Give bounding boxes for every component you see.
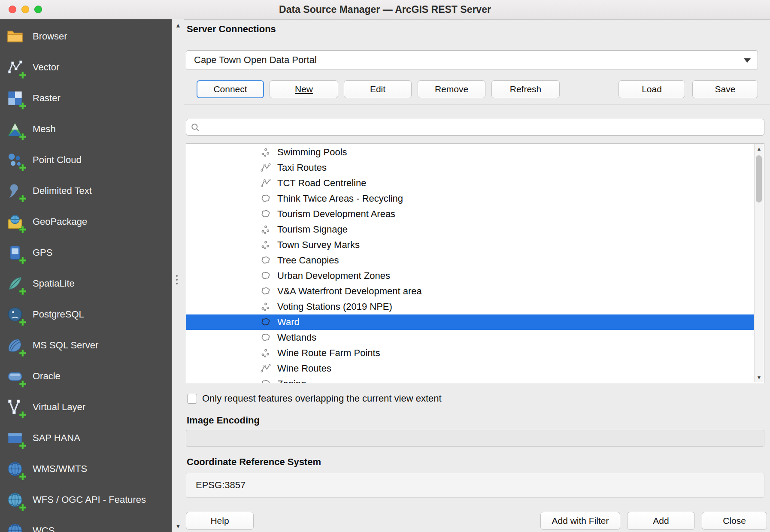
sidebar-item-wcs[interactable]: WCS: [0, 515, 172, 532]
layer-search-box[interactable]: [186, 119, 764, 136]
wms-icon: [6, 460, 24, 478]
layer-name: TCT Road Centreline: [277, 178, 366, 189]
crs-value: EPSG:3857: [196, 480, 246, 491]
layer-row[interactable]: Tree Canopies: [186, 253, 755, 268]
layer-list-scrollbar[interactable]: ▲ ▼: [754, 144, 764, 382]
minimize-window-button[interactable]: [21, 6, 29, 13]
add-with-filter-button[interactable]: Add with Filter: [540, 512, 620, 530]
sidebar-item-label: Vector: [33, 62, 59, 73]
point-geometry-icon: [260, 301, 271, 312]
polygon-geometry-icon: [260, 286, 271, 297]
edit-button[interactable]: Edit: [344, 80, 412, 98]
help-button[interactable]: Help: [186, 512, 254, 530]
scroll-up-icon[interactable]: ▲: [172, 22, 184, 29]
layer-row[interactable]: Taxi Routes: [186, 160, 755, 175]
scroll-down-icon[interactable]: ▼: [755, 375, 764, 381]
sidebar-item-wfs-ogc-api-features[interactable]: WFS / OGC API - Features: [0, 484, 172, 515]
vector-icon: [6, 58, 24, 76]
layer-row[interactable]: Wine Route Farm Points: [186, 345, 755, 361]
add-badge-icon: [19, 164, 26, 171]
layer-row[interactable]: Town Survey Marks: [186, 237, 755, 253]
load-button[interactable]: Load: [618, 80, 685, 98]
sidebar-item-oracle[interactable]: Oracle: [0, 361, 172, 392]
sidebar-item-label: Virtual Layer: [33, 402, 85, 413]
layer-name: Tourism Signage: [277, 224, 348, 235]
sidebar-item-label: SAP HANA: [33, 432, 80, 444]
add-button[interactable]: Add: [627, 512, 695, 530]
layer-row[interactable]: Think Twice Areas - Recycling: [186, 191, 755, 206]
add-badge-icon: [19, 381, 26, 387]
add-badge-icon: [19, 442, 26, 449]
spatialite-icon: [6, 275, 24, 293]
layer-row[interactable]: Voting Stations (2019 NPE): [186, 299, 755, 314]
sidebar-scrollbar[interactable]: ▲ ▼: [172, 19, 184, 532]
scroll-down-icon[interactable]: ▼: [172, 523, 184, 529]
source-type-sidebar: Browser Vector Raster Mesh: [0, 19, 172, 532]
sidebar-item-label: GeoPackage: [33, 216, 87, 227]
layer-row[interactable]: Swimming Pools: [186, 145, 755, 160]
crs-value-field[interactable]: EPSG:3857: [186, 473, 764, 498]
refresh-button[interactable]: Refresh: [491, 80, 560, 98]
add-badge-icon: [19, 226, 26, 233]
sidebar-item-virtual-layer[interactable]: Virtual Layer: [0, 392, 172, 423]
layer-row[interactable]: V&A Waterfront Development area: [186, 284, 755, 299]
sidebar-item-geopackage[interactable]: GeoPackage: [0, 206, 172, 237]
layer-row[interactable]: Zoning: [186, 376, 755, 383]
scroll-up-icon[interactable]: ▲: [755, 146, 764, 152]
layer-name: Voting Stations (2019 NPE): [277, 301, 392, 312]
layer-row[interactable]: Wetlands: [186, 330, 755, 345]
sap-hana-icon: [6, 429, 24, 447]
layer-row[interactable]: Wine Routes: [186, 361, 755, 376]
oracle-icon: [6, 367, 24, 385]
save-button[interactable]: Save: [692, 80, 758, 98]
connection-select-value: Cape Town Open Data Portal: [194, 54, 317, 66]
wcs-icon: [6, 522, 24, 532]
new-button-label: New: [295, 84, 313, 94]
layer-row-selected[interactable]: Ward: [186, 314, 755, 330]
sidebar-item-wms-wmts[interactable]: WMS/WMTS: [0, 453, 172, 484]
connection-select[interactable]: Cape Town Open Data Portal: [186, 50, 758, 70]
layer-row[interactable]: TCT Road Centreline: [186, 175, 755, 191]
sidebar-item-ms-sql-server[interactable]: MS SQL Server: [0, 330, 172, 361]
image-encoding-field[interactable]: [186, 430, 764, 447]
postgresql-icon: [6, 305, 24, 323]
new-button[interactable]: New: [270, 80, 338, 98]
sidebar-item-browser[interactable]: Browser: [0, 21, 172, 52]
connect-button[interactable]: Connect: [197, 80, 264, 98]
zoom-window-button[interactable]: [34, 6, 42, 13]
layer-name: V&A Waterfront Development area: [277, 286, 422, 297]
remove-button[interactable]: Remove: [418, 80, 485, 98]
splitter-handle[interactable]: [176, 275, 178, 284]
sidebar-item-label: Mesh: [33, 124, 56, 135]
sidebar-item-gps[interactable]: GPS: [0, 237, 172, 268]
point-geometry-icon: [260, 224, 271, 235]
polygon-geometry-icon: [260, 378, 271, 383]
layer-row[interactable]: Tourism Signage: [186, 222, 755, 237]
layer-search-input[interactable]: [203, 119, 764, 136]
sidebar-item-delimited-text[interactable]: Delimited Text: [0, 175, 172, 206]
wfs-icon: [6, 491, 24, 509]
search-icon: [191, 123, 200, 132]
point-geometry-icon: [260, 239, 271, 251]
layer-row[interactable]: Urban Development Zones: [186, 268, 755, 284]
sidebar-item-sap-hana[interactable]: SAP HANA: [0, 423, 172, 453]
layer-row[interactable]: Tourism Development Areas: [186, 206, 755, 222]
overlap-extent-checkbox[interactable]: [187, 394, 197, 404]
sidebar-item-postgresql[interactable]: PostgreSQL: [0, 299, 172, 330]
sidebar-item-mesh[interactable]: Mesh: [0, 114, 172, 145]
sidebar-item-spatialite[interactable]: SpatiaLite: [0, 268, 172, 299]
polygon-geometry-icon: [260, 332, 271, 343]
sidebar-item-vector[interactable]: Vector: [0, 52, 172, 83]
add-badge-icon: [19, 319, 26, 326]
close-window-button[interactable]: [9, 6, 16, 13]
layer-name: Wine Routes: [277, 363, 331, 374]
add-badge-icon: [19, 72, 26, 79]
sidebar-item-point-cloud[interactable]: Point Cloud: [0, 145, 172, 175]
close-button[interactable]: Close: [702, 512, 767, 530]
sidebar-item-raster[interactable]: Raster: [0, 83, 172, 114]
add-badge-icon: [19, 288, 26, 295]
sidebar-item-label: WMS/WMTS: [33, 463, 87, 475]
line-geometry-icon: [260, 178, 271, 189]
scrollbar-thumb[interactable]: [756, 155, 762, 203]
add-badge-icon: [19, 257, 26, 264]
